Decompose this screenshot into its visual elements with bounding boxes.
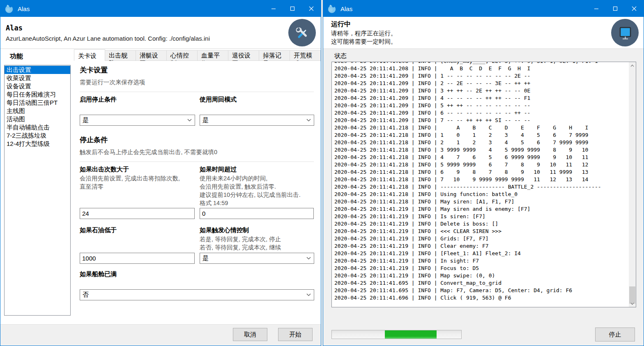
log-line: 2020-04-25 20:11:41.695 | INFO | Map: F7… [334,287,628,294]
window-title: Alas [18,5,264,12]
log-line: 2020-04-25 20:11:41.209 | INFO | 5 ++ ++… [334,102,628,109]
minimize-button[interactable] [587,0,606,17]
sidebar-item[interactable]: 半自动辅助点击 [5,123,70,131]
tab[interactable]: 退役设置 [228,50,259,61]
if-time-label: 如果时间超过 [200,166,237,173]
close-button[interactable] [302,0,321,17]
log-line: 2020-04-25 20:11:41.219 | INFO | Clear e… [334,242,628,250]
log-lines: 2020-04-25 20:11:41.208 | INFO | [enemy_… [334,62,628,302]
log-line: 2020-04-25 20:11:41.219 | INFO | Focus t… [334,265,628,272]
log-line: 2020-04-25 20:11:41.218 | INFO | 3 9999 … [334,146,628,154]
monitor-icon [617,25,633,41]
if-oil-label: 如果石油低于 [80,226,117,234]
input-if-count-greater[interactable] [80,208,195,219]
scroll-down-icon[interactable] [629,300,636,307]
log-scrollbar[interactable] [629,62,636,307]
log-line: 2020-04-25 20:11:41.219 | INFO | <<< CLE… [334,228,628,235]
select-value: 是 [202,116,209,124]
titlebar: Alas [323,0,644,17]
if-dock-full-label: 如果船舱已满 [80,270,117,278]
window-title: Alas [340,5,587,12]
sidebar-item[interactable]: 7-2三战拣垃圾 [5,131,70,140]
stop-button[interactable]: 停止 [595,328,635,341]
log-line: 2020-04-25 20:11:41.209 | INFO | 1 -- --… [334,72,628,80]
log-line: 2020-04-25 20:11:41.218 | INFO | 2 1 2 3… [334,139,628,146]
alas-logo-icon [4,4,14,14]
tab[interactable]: 心情控制 [167,50,198,61]
sidebar-item[interactable]: 出击设置 [5,66,70,74]
chevron-down-icon [306,119,311,122]
tab[interactable]: 出击舰队 [105,50,136,61]
log-line: 2020-04-25 20:11:41.218 | INFO | 5 9999 … [334,161,628,168]
status-panel: 状态 2020-04-25 20:11:41.208 | INFO | [ene… [323,49,644,346]
sidebar-item[interactable]: 每日活动图三倍PT [5,99,70,107]
tab[interactable]: 掉落记录 [259,50,290,61]
tab[interactable]: 开荒模式 [290,50,321,61]
sidebar-heading: 功能 [10,52,23,61]
select-enable-stop-condition[interactable]: 是 [80,115,195,126]
log-line: 2020-04-25 20:11:41.219 | INFO | Is sire… [334,213,628,220]
chevron-down-icon [306,293,311,296]
page-desc: 需要运行一次来保存选项 [80,78,145,86]
sidebar-item[interactable]: 主线图 [5,107,70,115]
log-line: 2020-04-25 20:11:41.208 | INFO | [enemy_… [334,62,628,65]
log-line: 2020-04-25 20:11:41.218 | INFO | Using f… [334,191,628,198]
tab-content-stage-settings: 关卡设置 需要运行一次来保存选项 启用停止条件 使用周回模式 是 是 停止条件 … [74,61,320,324]
tab[interactable]: 关卡设置 [74,49,105,61]
stop-conditions-title: 停止条件 [80,135,108,145]
page-title: 关卡设置 [80,65,108,75]
stop-conditions-desc: 触发后不会马上停止会先完成当前出击, 不需要就填0 [80,148,217,156]
chevron-down-icon [187,119,192,122]
scroll-up-icon[interactable] [629,62,636,69]
sidebar-item[interactable]: 设备设置 [5,82,70,90]
log-line: 2020-04-25 20:11:41.209 | INFO | 3 ++ ++… [334,87,628,95]
log-line: 2020-04-25 20:11:41.209 | INFO | 7 -- --… [334,117,628,124]
maximize-button[interactable] [283,0,302,17]
input-if-time-exceed[interactable] [200,208,314,219]
select-value: 是 [83,116,89,124]
log-line: 2020-04-25 20:11:41.219 | INFO | Delete … [334,220,628,228]
input-if-oil-lower[interactable] [80,253,195,264]
log-line: 2020-04-25 20:11:41.218 | INFO | May sir… [334,198,628,205]
sidebar-item[interactable]: 每日任务困难演习 [5,90,70,99]
loop-mode-label: 使用周回模式 [200,96,237,104]
log-line: 2020-04-25 20:11:41.218 | INFO | 6 9 8 7… [334,168,628,176]
log-line: 2020-04-25 20:11:41.696 | INFO | Click (… [334,294,628,302]
window-settings: Alas Alas AzurLaneAutoScript, An Azur La… [0,0,321,346]
tab[interactable]: 潜艇设置 [136,50,167,61]
if-emotion-desc: 若是, 等待回复, 完成本次, 停止 若否, 等待回复, 完成本次, 继续 [200,235,281,251]
if-count-label: 如果出击次数大于 [80,166,129,173]
log-line: 2020-04-25 20:11:41.219 | INFO | Grids: … [334,235,628,242]
cancel-button[interactable]: 取消 [233,328,267,341]
log-line: 2020-04-25 20:11:41.218 | INFO | 4 7 6 5… [334,154,628,161]
maximize-button[interactable] [606,0,625,17]
log-line: 2020-04-25 20:11:41.695 | INFO | Convert… [334,279,628,287]
log-line: 2020-04-25 20:11:41.219 | INFO | May sir… [334,205,628,213]
select-if-dock-full[interactable]: 否 [80,289,314,300]
sidebar-item[interactable]: 12-4打大型练级 [5,140,70,148]
tab[interactable]: 血量平衡 [198,50,228,61]
select-if-emotion-control[interactable]: 是 [200,253,314,264]
footer: 取消 开始 [0,324,321,346]
titlebar: Alas [0,0,321,17]
if-emotion-label: 如果触发心情控制 [200,226,249,234]
log-line: 2020-04-25 20:11:41.218 | INFO | -------… [334,183,628,191]
log-line: 2020-04-25 20:11:41.219 | INFO | [Fleet_… [334,250,628,257]
sidebar-item[interactable]: 活动图 [5,115,70,123]
select-value: 是 [202,254,209,262]
minimize-button[interactable] [264,0,283,17]
alas-logo-icon [327,4,337,14]
app-header: Alas AzurLaneAutoScript, An Azur Lane au… [0,17,321,49]
running-header: 运行中 请稍等，程序正在运行。 这可能将需要一定时间。 [323,17,644,49]
function-listbox: 出击设置收菜设置设备设置每日任务困难演习每日活动图三倍PT主线图活动图半自动辅助… [4,65,71,316]
select-loop-mode[interactable]: 是 [200,115,314,126]
log-line: 2020-04-25 20:11:41.209 | INFO | 4 -- --… [334,95,628,102]
status-label: 状态 [334,52,347,60]
tabstrip: 关卡设置出击舰队潜艇设置心情控制血量平衡退役设置掉落记录开荒模式 [74,50,321,61]
close-button[interactable] [625,0,644,17]
start-button[interactable]: 开始 [278,328,313,341]
app-subtitle: AzurLaneAutoScript, An Azur Lane automat… [6,35,210,42]
sidebar-item[interactable]: 收菜设置 [5,74,70,82]
progress-fill [385,330,437,339]
log-line: 2020-04-25 20:11:41.218 | INFO | A B C D… [334,124,628,131]
